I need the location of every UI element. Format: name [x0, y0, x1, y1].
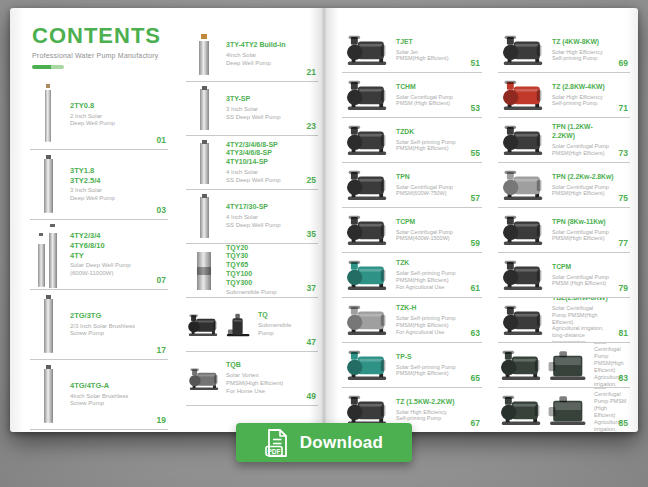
motor-pump-icon [500, 302, 546, 338]
motor-pump-icon [187, 364, 221, 394]
product-description: Solar Self-priming Pump PMSM(High Effici… [396, 364, 466, 378]
product-image [186, 82, 222, 135]
motor-pump-icon [344, 302, 390, 338]
product-image [186, 190, 222, 243]
product-item: TBZ(2.8KW-8KW) Solar Centrifugal Pump PM… [498, 298, 630, 343]
product-image [30, 80, 66, 149]
motor-pump-icon [500, 257, 546, 293]
left-page-column-1: 2TY0.8 2 Inch Solar Deep Well Pump 01 3T… [30, 80, 168, 430]
motor-pump-icon [344, 122, 390, 158]
product-description: Solar Self-priming Pump PMSM(High Effici… [396, 139, 466, 153]
right-page-column-2: TZ (4KW-8KW) Solar High Efficiency Self-… [498, 28, 630, 432]
product-description: Solar High Efficiency Self-priming Pump [396, 409, 466, 423]
product-page-number: 59 [471, 238, 480, 248]
product-text: TZDK Solar Self-priming Pump PMSM(High E… [392, 118, 482, 162]
product-description: 4Inch Solar Brushless Screw Pump [70, 393, 152, 409]
box-pump-icon [544, 347, 590, 383]
product-name: TCHM [396, 83, 466, 92]
product-name: 4TY2/3/4/6/8-SP 4TY3/4/6/8-SP 4TY10/14-S… [226, 141, 302, 167]
product-image [186, 298, 254, 351]
product-page-number: 83 [619, 373, 628, 383]
product-text: TZK Solar Self-priming Pump PMSM(High Ef… [392, 253, 482, 297]
motor-pump-icon [344, 347, 390, 383]
product-item: 2TG/3TG 2/3 Inch Solar Brushless Screw P… [30, 290, 168, 360]
product-page-number: 57 [471, 193, 480, 203]
title-underline [32, 65, 64, 69]
product-description: 4Inch Solar Deep Well Pump [226, 52, 302, 68]
product-page-number: 21 [307, 67, 316, 77]
product-page-number: 23 [307, 121, 316, 131]
product-item: 3TY-4TY2 Build-in 4Inch Solar Deep Well … [186, 28, 318, 82]
product-name: 3TY-SP [226, 95, 302, 104]
pdf-badge-text: PDF [267, 447, 280, 454]
product-name: TZ (1.5KW-2.2KW) [396, 398, 466, 407]
product-name: TP-S [396, 353, 466, 362]
product-name: 2TY0.8 [70, 101, 152, 111]
product-text: TQB Solar Vortex PMSM(High Efficient) Fo… [222, 352, 318, 405]
product-name: TZ (2.8KW-4KW) [552, 83, 614, 92]
product-text: TP-S Solar Self-priming Pump PMSM(High E… [392, 343, 482, 387]
product-page-number: 35 [307, 229, 316, 239]
product-name: TCPM [552, 263, 614, 272]
product-name: TBZ(2.8KW-8KW) [552, 298, 614, 303]
product-item: TZ (4KW-8KW) Solar High Efficiency Self-… [498, 28, 630, 73]
product-description: Solar Deep Well Pump (600W-11000W) [70, 262, 152, 278]
product-name: TPN (8Kw-11Kw) [552, 218, 614, 227]
catalog-page-right: TJET Solar Jet PMSM(High Efficient) 51 T… [324, 8, 638, 432]
product-item: 4TY2/3/4 4TY6/8/10 4TY Solar Deep Well P… [30, 220, 168, 290]
product-image [342, 163, 392, 207]
product-item: 4TY17/30-SP 4 Inch Solar SS Deep Well Pu… [186, 190, 318, 244]
motor-pump-icon [344, 77, 390, 113]
product-item: 3TY-SP 3 Inch Solar SS Deep Well Pump 23 [186, 82, 318, 136]
product-item: TPN (2.2Kw-2.8Kw) Solar Centrifugal Pump… [498, 163, 630, 208]
product-description: Solar Vortex PMSM(High Efficient) For Ho… [226, 372, 302, 395]
product-description: 3 Inch Solar Deep Well Pump [70, 187, 152, 203]
product-page-number: 69 [619, 58, 628, 68]
product-item: TQ Submersible Pump 47 [186, 298, 318, 352]
product-image [498, 253, 548, 297]
pdf-file-icon: PDF [265, 429, 289, 457]
product-description: Solar Centrifugal Pump PMSM(400W-1500W) [396, 229, 466, 243]
product-text: 4TG/4TG-A 4Inch Solar Brushless Screw Pu… [66, 360, 168, 429]
product-text: 4TY17/30-SP 4 Inch Solar SS Deep Well Pu… [222, 190, 318, 243]
product-description: Solar High Efficiency Self-priming Pump [552, 94, 614, 108]
product-name: TZK-H [396, 304, 466, 313]
product-description: 2/3 Inch Solar Brushless Screw Pump [70, 323, 152, 339]
product-item: TCPM Solar Centrifugal Pump PMSM(400W-15… [342, 208, 482, 253]
product-name: TQB [226, 361, 302, 370]
catalog-page-left: CONTENTS Professional Water Pump Manufac… [10, 8, 324, 432]
product-name: 4TY2/3/4 4TY6/8/10 4TY [70, 231, 152, 260]
product-image [498, 163, 548, 207]
product-item: TZK-H Solar Self-priming Pump PMSM(High … [342, 298, 482, 343]
right-page-column-1: TJET Solar Jet PMSM(High Efficient) 51 T… [342, 28, 482, 432]
product-image [186, 136, 222, 189]
product-description: Submersible Pump [258, 322, 302, 338]
product-page-number: 63 [471, 328, 480, 338]
motor-pump-icon [500, 212, 546, 248]
product-name: TQ [258, 311, 302, 320]
product-item: 4TG/4TG-A 4Inch Solar Brushless Screw Pu… [30, 360, 168, 430]
product-image [30, 290, 66, 359]
product-image [342, 253, 392, 297]
motor-pump-icon [498, 347, 544, 383]
product-item: 4TY2/3/4/6/8-SP 4TY3/4/6/8-SP 4TY10/14-S… [186, 136, 318, 190]
product-item: TISW Solar Centrifugal Pump PMSM (High E… [498, 388, 630, 432]
motor-pump-icon [500, 32, 546, 68]
product-page-number: 37 [307, 283, 316, 293]
product-page-number: 51 [471, 58, 480, 68]
motor-pump-icon [344, 167, 390, 203]
product-image [498, 73, 548, 117]
product-item: TPN (8Kw-11Kw) Solar Centrifugal Pump PM… [498, 208, 630, 253]
product-name: TQY20 TQY30 TQY65 TQY100 TQY300 [226, 244, 302, 287]
catalog-spread: CONTENTS Professional Water Pump Manufac… [10, 8, 638, 432]
download-button[interactable]: PDF Download [236, 423, 412, 462]
box-pump-icon [544, 392, 590, 428]
product-text: TJET Solar Jet PMSM(High Efficient) [392, 28, 482, 72]
product-text: 4TY2/3/4 4TY6/8/10 4TY Solar Deep Well P… [66, 220, 168, 289]
product-name: TPN [396, 173, 466, 182]
product-description: Solar Centrifugal Pump PMSM (High Effici… [396, 94, 466, 108]
product-name: 2TG/3TG [70, 311, 152, 321]
product-page-number: 81 [619, 328, 628, 338]
product-name: TZDK [396, 128, 466, 137]
product-image [186, 244, 222, 297]
